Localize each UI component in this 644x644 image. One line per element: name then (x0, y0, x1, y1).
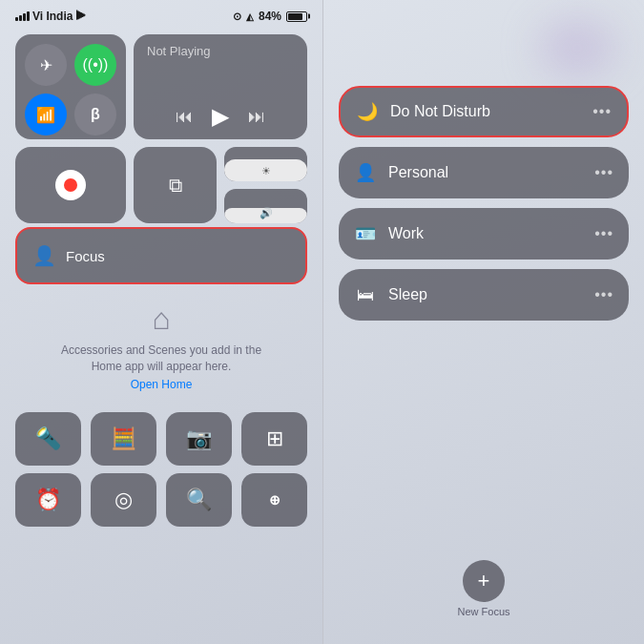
record-dot (64, 178, 77, 192)
screen-mirror-tile[interactable]: ⧉ (134, 147, 217, 223)
new-focus-label: New Focus (457, 606, 509, 617)
focus-option-personal[interactable]: 👤 Personal ••• (339, 147, 629, 198)
quick-tiles-row2: ⏰ ◎ 🔍 ⊕ (0, 473, 322, 527)
new-focus-button[interactable]: + (463, 560, 505, 602)
plus-icon: + (478, 569, 490, 593)
blur-decoration (539, 19, 615, 76)
connectivity-tile[interactable]: ✈ ((•)) 📶 β (15, 34, 126, 139)
signal-icon (15, 11, 30, 21)
home-description: Accessories and Scenes you add in theHom… (15, 343, 307, 375)
focus-tile-label: Focus (66, 248, 105, 264)
right-focus-panel: 🌙 Do Not Disturb ••• 👤 Personal ••• 🪪 Wo… (323, 0, 644, 644)
flashlight-icon: 🔦 (35, 426, 61, 451)
screen-record-icon (55, 170, 86, 200)
camera-tile[interactable]: 📷 (166, 412, 232, 466)
focus-option-sleep[interactable]: 🛏 Sleep ••• (339, 269, 629, 321)
camera-icon: 📷 (186, 426, 212, 451)
personal-more-button[interactable]: ••• (594, 164, 613, 181)
prev-track-button[interactable]: ⏮ (176, 107, 193, 127)
status-bar: Vi India ⯈ ⊙ ◭ 84% (0, 0, 322, 29)
focus-tile-row: 👤 Focus (0, 227, 322, 284)
wifi-status-icon: ⯈ (75, 10, 87, 23)
qr-tile[interactable]: ⊞ (241, 412, 307, 466)
cellular-button[interactable]: ((•)) (74, 44, 116, 86)
qr-icon: ⊞ (266, 426, 283, 451)
sleep-icon: 🛏 (354, 285, 377, 305)
focus-person-icon: 👤 (32, 244, 56, 267)
home-icon: ⌂ (15, 301, 307, 337)
control-center-grid: ✈ ((•)) 📶 β Not Playing ⏮ ▶ ⏭ (0, 29, 322, 229)
battery-indicator (286, 11, 307, 22)
mirror-icon: ⧉ (169, 175, 182, 197)
magnifier-tile[interactable]: ◎ (91, 473, 156, 527)
do-not-disturb-icon: 🌙 (356, 101, 379, 122)
screen-record-icon: ⊙ (233, 10, 241, 23)
volume-icon: 🔊 (260, 207, 273, 219)
media-controls: ⏮ ▶ ⏭ (147, 103, 294, 130)
extra-tile[interactable]: ⊕ (241, 473, 307, 527)
do-not-disturb-more-button[interactable]: ••• (592, 103, 612, 120)
new-focus-container: + New Focus (457, 560, 509, 617)
work-label: Work (388, 225, 594, 242)
brightness-slider[interactable]: ☀ (224, 147, 307, 181)
media-title: Not Playing (147, 44, 294, 58)
work-more-button[interactable]: ••• (594, 225, 613, 242)
next-track-button[interactable]: ⏭ (248, 107, 265, 127)
left-control-center: Vi India ⯈ ⊙ ◭ 84% ✈ ((•)) 📶 β (0, 0, 322, 644)
bluetooth-icon: β (91, 106, 100, 123)
magnifier-icon: ◎ (114, 488, 133, 512)
calculator-icon: 🧮 (111, 426, 136, 451)
sleep-more-button[interactable]: ••• (594, 286, 613, 303)
airplane-mode-button[interactable]: ✈ (25, 44, 67, 86)
wifi-icon: 📶 (36, 106, 55, 124)
status-right: ⊙ ◭ 84% (233, 10, 307, 23)
open-home-link[interactable]: Open Home (15, 378, 307, 391)
focus-option-do-not-disturb[interactable]: 🌙 Do Not Disturb ••• (339, 86, 629, 137)
wifi-button[interactable]: 📶 (25, 93, 67, 135)
quick-tiles-row1: 🔦 🧮 📷 ⊞ (0, 401, 322, 473)
work-icon: 🪪 (354, 223, 377, 244)
location-icon: ◭ (246, 11, 254, 22)
focus-options-list: 🌙 Do Not Disturb ••• 👤 Personal ••• 🪪 Wo… (339, 86, 629, 321)
flashlight-tile[interactable]: 🔦 (15, 412, 81, 466)
home-section: ⌂ Accessories and Scenes you add in theH… (0, 284, 322, 401)
calculator-tile[interactable]: 🧮 (91, 412, 156, 466)
focus-option-work[interactable]: 🪪 Work ••• (339, 208, 629, 260)
brightness-icon: ☀ (261, 165, 271, 177)
cellular-icon: ((•)) (83, 56, 109, 73)
status-left: Vi India ⯈ (15, 10, 87, 23)
media-player-tile[interactable]: Not Playing ⏮ ▶ ⏭ (134, 34, 307, 139)
carrier-name: Vi India (32, 10, 73, 23)
screen-record-tile[interactable] (15, 147, 126, 223)
volume-slider[interactable]: 🔊 (224, 189, 307, 223)
extra-icon: ⊕ (269, 492, 280, 508)
battery-percent: 84% (259, 10, 281, 23)
personal-label: Personal (388, 164, 594, 181)
personal-icon: 👤 (354, 162, 377, 183)
play-pause-button[interactable]: ▶ (212, 103, 229, 130)
search-tile[interactable]: 🔍 (166, 473, 232, 527)
sliders-column: ☀ 🔊 (224, 147, 307, 223)
airplane-icon: ✈ (40, 56, 52, 74)
focus-tile[interactable]: 👤 Focus (15, 227, 307, 284)
do-not-disturb-label: Do Not Disturb (390, 103, 592, 120)
bluetooth-button[interactable]: β (74, 93, 116, 135)
search-icon: 🔍 (186, 488, 212, 512)
alarm-icon: ⏰ (35, 488, 61, 512)
alarm-tile[interactable]: ⏰ (15, 473, 81, 527)
sleep-label: Sleep (388, 286, 594, 303)
